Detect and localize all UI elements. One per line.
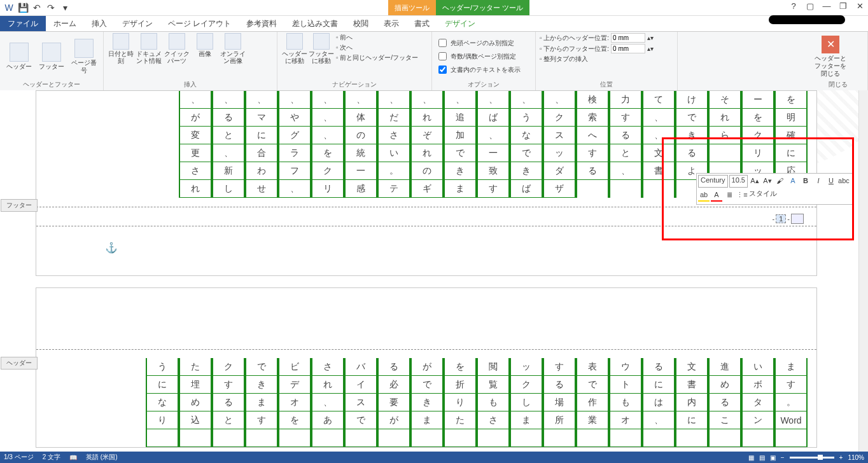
close-hf-button[interactable]: ✕ヘッダーとフッターを閉じる [813,33,848,80]
tab-8[interactable]: 表示 [376,16,407,31]
tab-2[interactable]: 挿入 [84,16,115,31]
opt-check[interactable]: 奇数/偶数ページ別指定 [436,50,531,62]
save-icon[interactable]: 💾 [17,1,29,14]
ctx-tab-draw: 描画ツール [388,0,436,15]
tab-9[interactable]: 書式 [407,16,437,31]
minimize-icon[interactable]: — [820,1,834,11]
ribbon-btn[interactable]: ページ番号 [68,33,99,80]
group-insert-label: 挿入 [108,80,273,89]
maximize-icon[interactable]: ❐ [836,1,850,11]
pos-row[interactable]: ▫ 下からのフッター位置: ▴▾ [540,44,673,53]
tab-5[interactable]: 参考資料 [239,16,284,31]
ribbon-btn[interactable]: ドキュメント情報 [136,33,162,80]
ribbon-btn[interactable]: フッターに移動 [308,33,335,80]
tab-4[interactable]: ページ レイアウト [160,16,239,31]
ribbon-btn[interactable]: 日付と時刻 [108,33,134,80]
group-close-label: 閉じる [813,80,864,89]
tab-0[interactable]: ファイル [0,16,46,31]
close-window-icon[interactable]: ✕ [853,1,867,11]
nav-link[interactable]: ▫ 次へ [336,43,418,52]
group-pos-label: 位置 [540,80,673,89]
vertical-scrollbar[interactable] [858,90,868,91]
group-nav-label: ナビゲーション [281,80,428,89]
nav-link[interactable]: ▫ 前へ [336,33,418,42]
nav-link[interactable]: ▫ 前と同じヘッダー/フッター [336,53,418,62]
ribbon-toggle-icon[interactable]: ▢ [803,1,817,11]
group-opts-label: オプション [436,80,531,89]
ribbon-btn[interactable]: フッター [36,33,67,80]
page-1: を明確に応じーをクリッそれらけできるよて、、文書力すると、検索へする、クスッダザ… [36,90,817,91]
user-account[interactable] [769,15,845,24]
align-tab-btn[interactable]: ▫ 整列タブの挿入 [540,55,673,64]
ribbon-btn[interactable]: クイック パーツ [164,33,190,80]
tab-7[interactable]: 校閲 [346,16,376,31]
tab-3[interactable]: デザイン [115,16,160,31]
ribbon-btn[interactable]: オンライン画像 [220,33,246,80]
pos-row[interactable]: ▫ 上からのヘッダー位置: ▴▾ [540,33,673,43]
tab-1[interactable]: ホーム [46,16,84,31]
tab-6[interactable]: 差し込み文書 [284,16,346,31]
undo-icon[interactable]: ↶ [31,1,43,14]
word-icon: W [3,1,15,14]
opt-check[interactable]: 文書内のテキストを表示 [436,64,531,76]
ribbon-btn[interactable]: 画像 [192,33,218,80]
qat-more-icon[interactable]: ▾ [59,1,71,14]
ribbon-btn[interactable]: ヘッダーに移動 [281,33,308,80]
ribbon-btn[interactable]: ヘッダー [4,33,35,80]
ctx-tab-hf: ヘッダー/フッター ツール [436,0,529,15]
help-icon[interactable]: ? [787,1,801,11]
opt-check[interactable]: 先頭ページのみ別指定 [436,37,531,49]
group-hf-label: ヘッダーとフッター [4,80,99,89]
redo-icon[interactable]: ↷ [45,1,57,14]
tab-10[interactable]: デザイン [437,16,483,31]
